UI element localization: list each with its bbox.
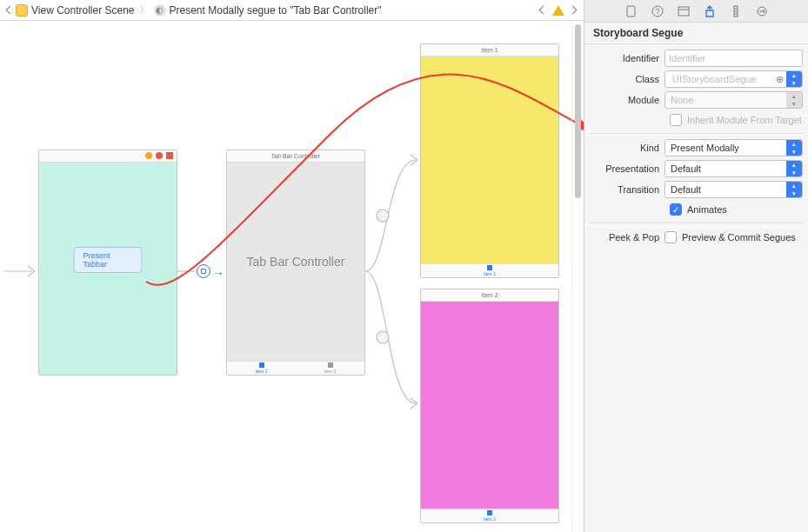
scene-dot-icon [145,152,152,159]
presentation-row: Presentation Default ▴▾ [590,158,803,179]
transition-value: Default [669,184,701,195]
tab-bar: Item 2 [421,509,558,522]
breadcrumb-scene-label: View Controller Scene [31,4,135,17]
tab-item-2[interactable]: Item 2 [296,362,364,375]
inherit-module-row: Inherit Module From Target [590,110,803,130]
kind-select[interactable]: Present Modally ▴▾ [664,139,803,156]
inspector-tabs: ? [584,0,808,23]
scene-titlebar: Tab Bar Controller [227,150,364,163]
scene-title-icons [145,152,173,159]
nav-back-button[interactable] [5,6,14,15]
storyboard-icon [16,4,28,17]
file-inspector-tab[interactable] [624,4,638,18]
peek-pop-option-label: Preview & Commit Segues [682,232,796,243]
scene-titlebar: Item 1 [421,44,558,57]
view-controller-scene[interactable]: Present Tabbar [38,150,177,376]
svg-point-2 [377,209,389,222]
breadcrumb-scene[interactable]: View Controller Scene [16,4,135,17]
svg-rect-4 [627,6,635,17]
presentation-label: Presentation [590,163,659,174]
class-row: Class ⊕ ▴▾ [590,69,803,90]
jump-bar: View Controller Scene 〉 ◐ Present Modall… [0,0,584,21]
animates-label: Animates [687,204,727,215]
item-2-scene[interactable]: Item 2 Item 2 [420,289,559,523]
inspector-section-header: Storyboard Segue [584,23,808,44]
svg-rect-7 [678,7,689,16]
inherit-module-checkbox[interactable] [670,114,682,126]
inherit-module-label: Inherit Module From Target [687,115,802,125]
presentation-value: Default [669,163,701,174]
kind-stepper[interactable]: ▴▾ [786,140,802,156]
storyboard-canvas[interactable]: Present Tabbar → Tab Bar Controller Tab … [0,21,584,532]
quick-help-tab[interactable]: ? [651,4,664,18]
class-combo[interactable]: ⊕ ▴▾ [664,70,803,88]
inspector-form: Identifier Class ⊕ ▴▾ Module None ▴▾ [584,44,808,251]
kind-row: Kind Present Modally ▴▾ [590,137,803,158]
module-value: None [669,95,693,105]
class-stepper[interactable]: ▴▾ [786,71,802,87]
class-add-button[interactable]: ⊕ [772,74,786,85]
nav-next-button[interactable] [570,6,578,15]
breadcrumb-segue[interactable]: ◐ Present Modally segue to "Tab Bar Cont… [154,4,382,17]
divider [590,223,803,223]
tab-bar-controller-scene[interactable]: Tab Bar Controller Tab Bar Controller It… [226,150,365,376]
scene-titlebar [39,150,177,163]
item-1-body [421,57,558,263]
identifier-label: Identifier [590,53,659,63]
segue-icon: ◐ [154,4,166,17]
inspector-panel: ? Storyboard Segue Identifier Class [584,0,808,532]
presentation-stepper[interactable]: ▴▾ [786,161,802,176]
identifier-field[interactable] [664,50,803,67]
class-field[interactable] [669,71,769,87]
segue-node[interactable] [197,264,210,278]
module-row: Module None ▴▾ [590,90,803,110]
peek-pop-label: Peek & Pop [590,232,659,243]
size-inspector-tab[interactable] [729,4,743,18]
item-1-scene[interactable]: Item 1 Item 1 [420,43,559,278]
animates-row: ✓ Animates [590,200,803,219]
item-2-body [421,302,558,509]
identity-inspector-tab[interactable] [677,4,691,18]
divider [590,133,803,134]
module-combo[interactable]: None ▴▾ [664,91,803,109]
transition-label: Transition [590,184,659,195]
breadcrumb-segue-label: Present Modally segue to "Tab Bar Contro… [170,4,382,17]
chevron-right-icon: 〉 [137,3,152,17]
svg-point-3 [377,331,389,343]
module-stepper[interactable]: ▴▾ [786,92,802,108]
tab-bar-controller-body: Tab Bar Controller [227,163,364,361]
module-label: Module [590,95,659,105]
nav-prev-button[interactable] [538,6,547,15]
transition-stepper[interactable]: ▴▾ [786,182,802,197]
vertical-scrollbar[interactable] [571,21,584,532]
transition-select[interactable]: Default ▴▾ [664,181,803,198]
presentation-select[interactable]: Default ▴▾ [664,160,803,177]
svg-text:?: ? [655,7,659,16]
tab-bar: Item 1 Item 2 [227,361,364,375]
class-label: Class [590,74,659,84]
identifier-row: Identifier [590,48,803,69]
present-tabbar-button[interactable]: Present Tabbar [74,247,143,273]
tab-item-1[interactable]: Item 1 [227,362,296,375]
scene-titlebar: Item 2 [421,289,558,302]
attributes-inspector-tab[interactable] [703,4,717,18]
peek-pop-row: Peek & Pop Preview & Commit Segues [590,227,803,248]
scene-dot-icon [166,152,173,159]
segue-arrow-icon: → [212,266,224,280]
peek-pop-checkbox[interactable] [664,231,677,243]
kind-label: Kind [590,143,659,153]
scene-dot-icon [156,152,163,159]
kind-value: Present Modally [669,143,739,153]
warning-icon[interactable] [552,5,564,16]
tab-bar: Item 1 [421,263,558,277]
scrollbar-thumb[interactable] [575,24,581,198]
connections-inspector-tab[interactable] [755,4,769,18]
view-controller-body: Present Tabbar [39,163,177,375]
animates-checkbox[interactable]: ✓ [670,203,682,216]
transition-row: Transition Default ▴▾ [590,179,803,200]
